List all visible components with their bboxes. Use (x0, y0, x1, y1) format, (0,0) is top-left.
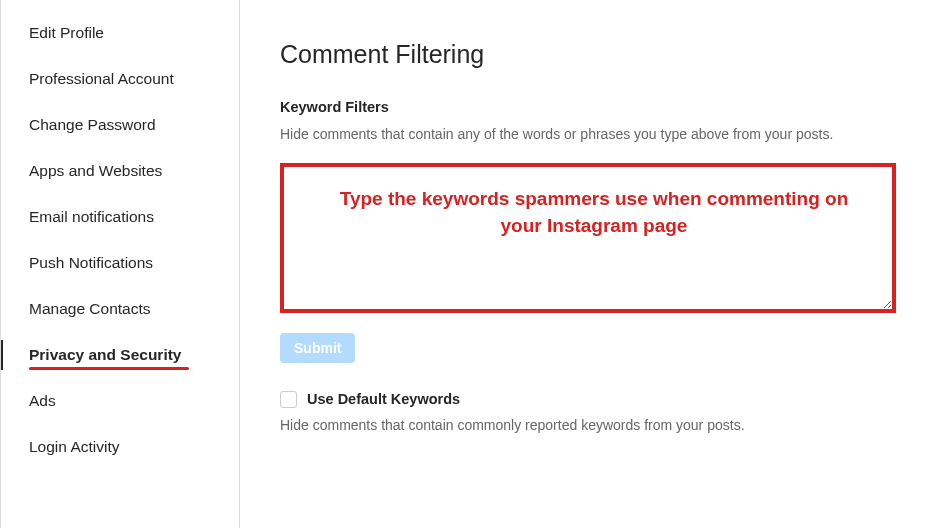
sidebar-item-label: Edit Profile (29, 24, 104, 41)
keyword-filter-input[interactable] (280, 163, 896, 313)
sidebar-item-label: Professional Account (29, 70, 174, 87)
keyword-filters-label: Keyword Filters (280, 99, 896, 115)
sidebar-item-push-notifications[interactable]: Push Notifications (1, 240, 239, 286)
sidebar-item-manage-contacts[interactable]: Manage Contacts (1, 286, 239, 332)
main-content: Comment Filtering Keyword Filters Hide c… (240, 0, 936, 528)
sidebar-item-label: Apps and Websites (29, 162, 162, 179)
sidebar-item-label: Login Activity (29, 438, 119, 455)
sidebar-item-login-activity[interactable]: Login Activity (1, 424, 239, 470)
default-keywords-row: Use Default Keywords (280, 391, 896, 408)
sidebar-item-apps-and-websites[interactable]: Apps and Websites (1, 148, 239, 194)
sidebar-item-email-notifications[interactable]: Email notifications (1, 194, 239, 240)
sidebar-item-label: Ads (29, 392, 56, 409)
sidebar-item-label: Push Notifications (29, 254, 153, 271)
sidebar-item-edit-profile[interactable]: Edit Profile (1, 10, 239, 56)
default-keywords-label: Use Default Keywords (307, 391, 460, 407)
sidebar-item-label: Privacy and Security (29, 346, 182, 363)
settings-sidebar: Edit Profile Professional Account Change… (0, 0, 240, 528)
sidebar-item-ads[interactable]: Ads (1, 378, 239, 424)
keyword-filters-description: Hide comments that contain any of the wo… (280, 125, 896, 145)
page-title: Comment Filtering (280, 40, 896, 69)
sidebar-item-label: Change Password (29, 116, 156, 133)
submit-button[interactable]: Submit (280, 333, 355, 363)
sidebar-item-label: Manage Contacts (29, 300, 151, 317)
annotation-underline (29, 367, 189, 370)
sidebar-item-privacy-and-security[interactable]: Privacy and Security (1, 332, 239, 378)
default-keywords-checkbox[interactable] (280, 391, 297, 408)
default-keywords-description: Hide comments that contain commonly repo… (280, 416, 896, 436)
sidebar-item-label: Email notifications (29, 208, 154, 225)
sidebar-item-professional-account[interactable]: Professional Account (1, 56, 239, 102)
sidebar-item-change-password[interactable]: Change Password (1, 102, 239, 148)
keyword-textarea-wrapper: Type the keywords spammers use when comm… (280, 163, 896, 317)
